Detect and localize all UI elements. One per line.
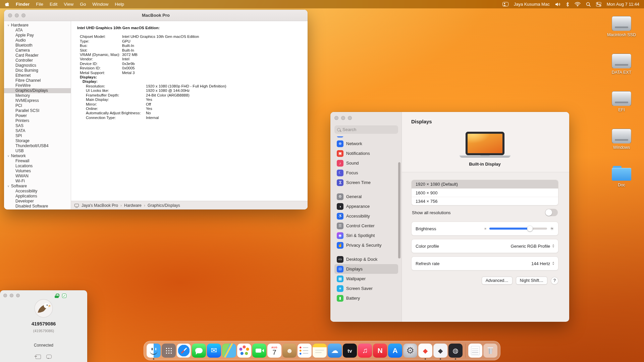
- settings-sidebar-item-wallpaper[interactable]: ▩Wallpaper: [334, 274, 398, 284]
- file-transfer-icon[interactable]: [36, 355, 41, 359]
- dock-item-textedit[interactable]: [468, 344, 482, 358]
- search-input[interactable]: [342, 127, 395, 132]
- settings-sidebar-item-desktop-dock[interactable]: ▭Desktop & Dock: [334, 254, 398, 264]
- settings-sidebar-item-sound[interactable]: ♪Sound: [334, 158, 398, 168]
- sidebar-item-printers[interactable]: Printers: [4, 118, 71, 123]
- sidebar-item-parallel-scsi[interactable]: Parallel SCSI: [4, 108, 71, 113]
- account-name[interactable]: Jaya Kusuma Mac: [514, 2, 550, 7]
- sidebar-scrollbar[interactable]: [398, 162, 400, 258]
- sidebar-item-diagnostics[interactable]: Diagnostics: [4, 63, 71, 68]
- sidebar-item-thunderbolt-usb4[interactable]: Thunderbolt/USB4: [4, 143, 71, 148]
- menu-edit[interactable]: Edit: [50, 2, 57, 7]
- menu-help[interactable]: Help: [115, 2, 124, 7]
- sidebar-item-firewall[interactable]: Firewall: [4, 159, 71, 164]
- dock-item-notes[interactable]: [313, 344, 327, 358]
- sidebar-item-ethernet[interactable]: Ethernet: [4, 73, 71, 78]
- settings-sidebar-item-network[interactable]: ⊕Network: [334, 139, 398, 148]
- sidebar-item-wi-fi[interactable]: Wi-Fi: [4, 179, 71, 184]
- minimize-button[interactable]: [10, 294, 13, 297]
- zoom-button[interactable]: [348, 116, 352, 120]
- dock-item-remote-desk[interactable]: ◆: [433, 344, 447, 358]
- sidebar-item-bluetooth[interactable]: Bluetooth: [4, 43, 71, 48]
- dock-item-reminders[interactable]: [298, 344, 312, 358]
- settings-sidebar-item-notifications[interactable]: ▣Notifications: [334, 148, 398, 158]
- sidebar-item-card-reader[interactable]: Card Reader: [4, 53, 71, 58]
- settings-sidebar-item-screen-saver[interactable]: ∗Screen Saver: [334, 284, 398, 293]
- sidebar-item-usb[interactable]: USB: [4, 148, 71, 154]
- breadcrumb-item-hardware[interactable]: Hardware: [124, 203, 142, 208]
- dock-item-finder[interactable]: [147, 344, 161, 358]
- desktop-icon-doc[interactable]: Doc: [603, 165, 640, 187]
- brightness-slider[interactable]: [489, 228, 547, 230]
- dock-item-weather[interactable]: ☁: [328, 344, 342, 358]
- settings-sidebar-item-control-center[interactable]: ☰Control Center: [334, 221, 398, 231]
- dock-item-news[interactable]: N: [373, 344, 387, 358]
- breadcrumb-item-graphics-displays[interactable]: Graphics/Displays: [148, 203, 180, 208]
- dock-item-photos[interactable]: [237, 344, 251, 358]
- dock-item-facetime[interactable]: [252, 344, 266, 358]
- dock-item-maps[interactable]: [222, 344, 236, 358]
- control-center-icon[interactable]: [596, 2, 601, 7]
- settings-sidebar-item-appearance[interactable]: ◑Appearance: [334, 201, 398, 211]
- settings-sidebar-item-siri-spotlight[interactable]: ◉Siri & Spotlight: [334, 231, 398, 240]
- active-app-name[interactable]: Finder: [16, 2, 30, 7]
- dock-item-messages[interactable]: [192, 344, 206, 358]
- sidebar-item-sata[interactable]: SATA: [4, 128, 71, 133]
- menu-view[interactable]: View: [64, 2, 73, 7]
- sidebar-item-disc-burning[interactable]: Disc Burning: [4, 68, 71, 73]
- bluetooth-icon[interactable]: [566, 2, 569, 7]
- color-profile-select[interactable]: Generic RGB Profile: [511, 244, 554, 249]
- menu-window[interactable]: Window: [92, 2, 108, 7]
- desktop-icon-windows[interactable]: Windows: [603, 127, 640, 150]
- sidebar-section-hardware[interactable]: ∨Hardware: [4, 23, 71, 28]
- menu-bar-clock[interactable]: Mon Aug 7 11:44: [607, 2, 639, 7]
- sidebar-item-sas[interactable]: SAS: [4, 123, 71, 128]
- minimize-button[interactable]: [341, 116, 345, 120]
- help-button[interactable]: ?: [551, 277, 558, 285]
- settings-sidebar-item-focus[interactable]: ☾Focus: [334, 168, 398, 178]
- sidebar-item-wwan[interactable]: WWAN: [4, 174, 71, 179]
- volume-icon[interactable]: [555, 2, 560, 6]
- resolution-option-1344-756[interactable]: 1344 × 756: [412, 197, 558, 205]
- settings-sidebar-item-general[interactable]: ⚙General: [334, 192, 398, 201]
- sidebar-item-ata[interactable]: ATA: [4, 28, 71, 33]
- sidebar-item-spi[interactable]: SPI: [4, 133, 71, 138]
- dock-item-app-store[interactable]: A: [388, 344, 402, 358]
- settings-sidebar-item-displays[interactable]: ⊡Displays: [334, 264, 398, 274]
- sidebar-item-controller[interactable]: Controller: [4, 58, 71, 63]
- remote-id[interactable]: 419579086: [0, 321, 87, 326]
- sidebar-item-disabled-software[interactable]: Disabled Software: [4, 204, 71, 209]
- sidebar-section-software[interactable]: ∨Software: [4, 184, 71, 189]
- zoom-button[interactable]: [16, 294, 20, 297]
- sidebar-item-applications[interactable]: Applications: [4, 194, 71, 199]
- sysinfo-titlebar[interactable]: MacBook Pro: [4, 10, 308, 21]
- menu-go[interactable]: Go: [80, 2, 86, 7]
- close-button[interactable]: [334, 116, 338, 120]
- dock-item-calendar[interactable]: AUG7: [267, 344, 281, 358]
- sidebar-item-locations[interactable]: Locations: [4, 164, 71, 169]
- dock-item-mail[interactable]: ✉: [207, 344, 221, 358]
- sidebar-item-apple-pay[interactable]: Apple Pay: [4, 33, 71, 38]
- sidebar-item-graphics-displays[interactable]: Graphics/Displays: [4, 88, 71, 93]
- sidebar-item-volumes[interactable]: Volumes: [4, 169, 71, 174]
- dock-item-launchpad[interactable]: [162, 344, 176, 358]
- show-all-resolutions-toggle[interactable]: [545, 209, 558, 216]
- sidebar-item-pci[interactable]: PCI: [4, 103, 71, 108]
- desktop-icon-data-ext[interactable]: DATA EXT: [603, 52, 640, 75]
- breadcrumb-item-jaya-s-macbook-pro[interactable]: Jaya's MacBook Pro: [82, 203, 118, 208]
- user-switch-icon[interactable]: [502, 2, 508, 6]
- sidebar-item-extensions[interactable]: Extensions: [4, 209, 71, 209]
- sidebar-item-accessibility[interactable]: Accessibility: [4, 189, 71, 194]
- sidebar-item-camera[interactable]: Camera: [4, 48, 71, 53]
- menu-file[interactable]: File: [36, 2, 43, 7]
- settings-search[interactable]: [334, 125, 398, 134]
- refresh-rate-select[interactable]: 144 Hertz: [531, 261, 554, 266]
- sidebar-section-network[interactable]: ∨Network: [4, 154, 71, 159]
- wifi-icon[interactable]: [575, 2, 581, 6]
- dock-item-utility[interactable]: ◍: [448, 344, 463, 358]
- spotlight-icon[interactable]: [586, 2, 591, 7]
- dock-item-music[interactable]: ♫: [358, 344, 372, 358]
- settings-sidebar-item-battery[interactable]: ▮Battery: [334, 293, 398, 303]
- close-button[interactable]: [3, 294, 7, 297]
- sidebar-item-nvmexpress[interactable]: NVMExpress: [4, 98, 71, 103]
